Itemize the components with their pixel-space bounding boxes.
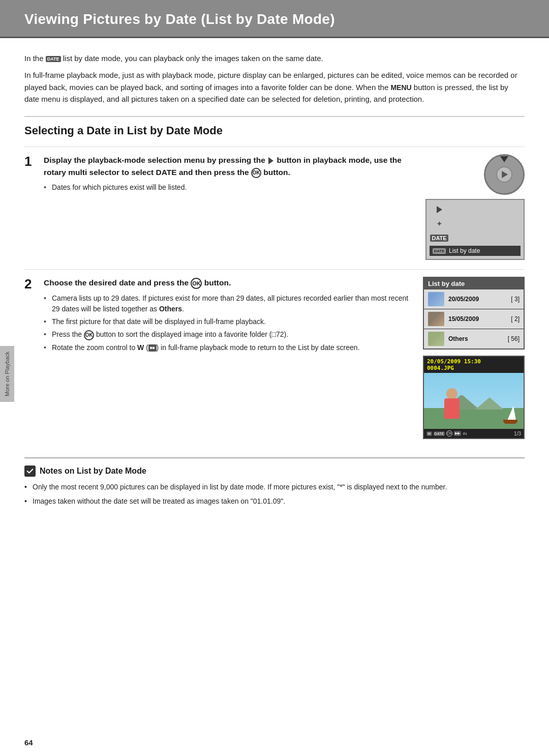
cam2-thumb-2 bbox=[428, 312, 444, 326]
inner-circle bbox=[496, 166, 512, 183]
step-1-images: ✦ DATE DATE List by date bbox=[425, 154, 525, 260]
girl-head bbox=[446, 388, 458, 399]
favorite-heart-icon: ✦ bbox=[436, 219, 443, 228]
playback-date-time: 20/05/2009 15:30 bbox=[427, 358, 521, 365]
notes-checkmark-icon bbox=[24, 466, 36, 477]
step-2-number: 2 bbox=[24, 277, 44, 292]
notes-header: Notes on List by Date Mode bbox=[24, 466, 525, 477]
notes-item-2: Images taken without the date set will b… bbox=[24, 496, 525, 507]
cam2-thumb-1 bbox=[428, 292, 444, 306]
main-content: In the DATE list by date mode, you can p… bbox=[0, 38, 549, 520]
sidebar-label: More on Playback bbox=[4, 352, 10, 396]
play-arrow-icon bbox=[268, 157, 273, 164]
step-2-bullet-4: Rotate the zoom control to W (■■) in ful… bbox=[44, 342, 414, 353]
page-title: Viewing Pictures by Date (List by Date M… bbox=[24, 11, 525, 27]
step-2-title: Choose the desired date and press the OK… bbox=[44, 277, 414, 289]
date-icon-step1: DATE bbox=[156, 168, 177, 177]
wide-icon: ■■ bbox=[148, 344, 157, 352]
playback-icons: W DATE OK ▶▶ IN bbox=[426, 430, 467, 437]
step-1-row: 1 Display the playback-mode selection me… bbox=[24, 147, 525, 260]
step-2-bullets: Camera lists up to 29 dates. If pictures… bbox=[44, 293, 414, 353]
menu-item-favorite: ✦ bbox=[430, 217, 521, 230]
list-by-date-label: List by date bbox=[449, 247, 480, 254]
playback-timestamp: 20/05/2009 15:30 0004.JPG bbox=[424, 357, 524, 373]
sidebar-tab: More on Playback bbox=[0, 346, 14, 402]
playback-bottom-bar: W DATE OK ▶▶ IN 1/3 bbox=[424, 429, 524, 438]
page-number: 64 bbox=[24, 738, 33, 747]
playback-filename: 0004.JPG bbox=[427, 365, 521, 371]
cam2-row-2: 15/05/2009 [ 2] bbox=[424, 309, 524, 329]
wide-mode-icon: W bbox=[426, 431, 432, 436]
hull bbox=[503, 420, 517, 424]
date-symbol-icon: DATE bbox=[430, 235, 448, 242]
favorite-icon-box: ✦ bbox=[433, 219, 446, 229]
direction-button-container bbox=[484, 154, 525, 195]
current-frame: 1 bbox=[514, 431, 517, 437]
date-icon-box: DATE bbox=[433, 233, 446, 243]
ok-button-icon-step2: OK bbox=[191, 278, 202, 289]
camera-menu-1: ✦ DATE DATE List by date bbox=[425, 199, 525, 260]
girl-body bbox=[444, 398, 460, 419]
step-2-row: 2 Choose the desired date and press the … bbox=[24, 269, 525, 439]
cam2-count-2: [ 2] bbox=[511, 315, 520, 323]
step-1-content: Display the playback-mode selection menu… bbox=[44, 154, 425, 195]
step-2-bullet-2: The first picture for that date will be … bbox=[44, 316, 414, 327]
step-1-title: Display the playback-mode selection menu… bbox=[44, 154, 416, 178]
cam2-row-3: Others [ 56] bbox=[424, 329, 524, 348]
menu-label: MENU bbox=[390, 83, 411, 92]
play-triangle-icon bbox=[437, 206, 442, 213]
step-1-bullet-1: Dates for which pictures exist will be l… bbox=[44, 182, 416, 193]
page-header: Viewing Pictures by Date (List by Date M… bbox=[0, 0, 549, 38]
highlighted-date-icon: DATE bbox=[433, 248, 446, 254]
ok-button-icon-step1: OK bbox=[251, 168, 261, 178]
notes-title: Notes on List by Date Mode bbox=[40, 467, 146, 476]
step-1-number: 1 bbox=[24, 154, 44, 169]
sail bbox=[507, 406, 516, 420]
step-2-content: Choose the desired date and press the OK… bbox=[44, 277, 423, 355]
date-mode-icon: DATE bbox=[46, 56, 61, 63]
edit-icon-pb: ▶▶ bbox=[454, 431, 461, 436]
section-title: Selecting a Date in List by Date Mode bbox=[24, 116, 525, 137]
cam2-date-1: 20/05/2009 bbox=[448, 296, 511, 303]
direction-button bbox=[484, 154, 525, 195]
sailboat bbox=[503, 406, 518, 424]
down-arrow-icon bbox=[500, 156, 508, 162]
playback-image-area bbox=[424, 373, 524, 429]
step-2-bullet-1: Camera lists up to 29 dates. If pictures… bbox=[44, 293, 414, 314]
total-frames: 3 bbox=[518, 431, 521, 437]
cam2-count-3: [ 56] bbox=[508, 335, 520, 342]
notes-section: Notes on List by Date Mode Only the most… bbox=[24, 457, 525, 520]
ok-icon-pb: OK bbox=[446, 430, 452, 437]
cam2-row-1: 20/05/2009 [ 3] bbox=[424, 289, 524, 309]
playback-counter: 1/3 bbox=[514, 431, 521, 437]
intro-paragraph-2: In full-frame playback mode, just as wit… bbox=[24, 69, 525, 105]
mountain-2 bbox=[475, 397, 504, 410]
play-icon bbox=[502, 171, 508, 178]
play-icon-box bbox=[433, 205, 446, 215]
ok-icon-bullet3: OK bbox=[84, 330, 94, 340]
menu-item-list-by-date: DATE List by date bbox=[430, 246, 521, 256]
cam2-count-1: [ 3] bbox=[511, 296, 520, 303]
intro-paragraph-1: In the DATE list by date mode, you can p… bbox=[24, 52, 525, 64]
checkmark-svg bbox=[26, 468, 34, 475]
notes-item-1: Only the most recent 9,000 pictures can … bbox=[24, 482, 525, 493]
step-1-bullets: Dates for which pictures exist will be l… bbox=[44, 182, 416, 193]
menu-item-date: DATE bbox=[430, 231, 521, 245]
cam2-date-2: 15/05/2009 bbox=[448, 315, 511, 323]
notes-list: Only the most recent 9,000 pictures can … bbox=[24, 482, 525, 507]
step-2-bullet-3: Press the OK button to sort the displaye… bbox=[44, 329, 414, 340]
cam2-date-3: Others bbox=[448, 335, 508, 342]
step-2-images: List by date 20/05/2009 [ 3] 15/05/2009 … bbox=[423, 277, 525, 439]
camera-menu-2: List by date 20/05/2009 [ 3] 15/05/2009 … bbox=[423, 277, 525, 350]
girl-figure bbox=[439, 388, 465, 429]
cam2-header: List by date bbox=[424, 278, 524, 289]
in-label-pb: IN bbox=[463, 431, 467, 436]
cam2-thumb-3 bbox=[428, 332, 444, 346]
date-mode-icon-pb: DATE bbox=[434, 431, 445, 436]
playback-screen: 20/05/2009 15:30 0004.JPG bbox=[423, 356, 525, 439]
menu-item-play bbox=[430, 203, 521, 216]
